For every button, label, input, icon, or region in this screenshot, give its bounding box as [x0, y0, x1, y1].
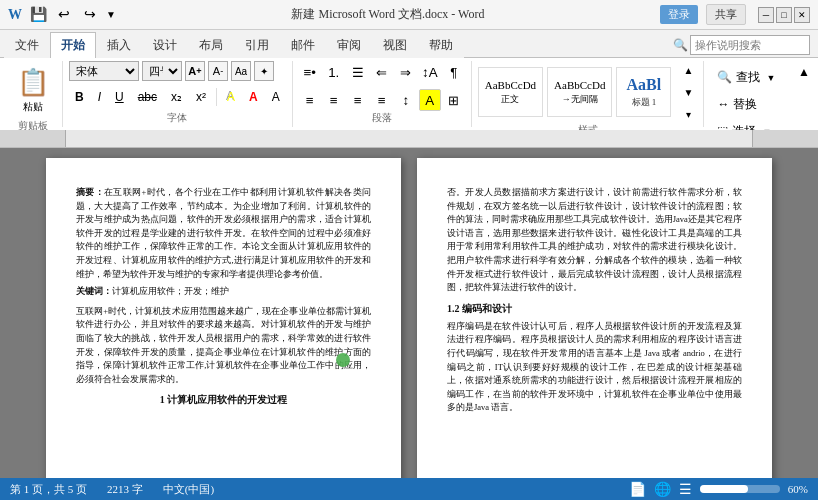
page1-content: 摘要：在互联网+时代，各个行业在工作中都利用计算机软件解决各类问题，大大提高了工… [76, 186, 371, 408]
font-color-button[interactable]: A [243, 86, 264, 108]
maximize-button[interactable]: □ [776, 7, 792, 23]
quick-redo-btn[interactable]: ↪ [80, 5, 100, 25]
minimize-button[interactable]: ─ [758, 7, 774, 23]
strikethrough-button[interactable]: abc [132, 86, 163, 108]
abstract-label: 摘要： [76, 187, 104, 197]
show-marks-button[interactable]: ¶ [443, 61, 465, 83]
tab-insert[interactable]: 插入 [96, 32, 142, 58]
text-effect-button[interactable]: A [266, 86, 286, 108]
superscript-button[interactable]: x² [190, 86, 212, 108]
style-heading1[interactable]: AaBl 标题 1 [616, 67, 671, 117]
decrease-font-btn[interactable]: A- [208, 61, 228, 81]
document-page-1[interactable]: 摘要：在互联网+时代，各个行业在工作中都利用计算机软件解决各类问题，大大提高了工… [46, 158, 401, 478]
page2-content: 否。开发人员数据描前求方案进行设计，设计前需进行软件需求分析，软件规划，在双方签… [447, 186, 742, 415]
view-web-icon[interactable]: 🌐 [654, 481, 671, 498]
operations-search-input[interactable] [690, 35, 810, 55]
paste-button[interactable]: 📋 粘贴 [10, 61, 56, 119]
ribbon-tabs: 文件 开始 插入 设计 布局 引用 邮件 审阅 视图 帮助 🔍 [0, 30, 818, 58]
tab-home[interactable]: 开始 [50, 32, 96, 58]
style-normal[interactable]: AaBbCcDd 正文 [478, 67, 543, 117]
quick-undo-btn[interactable]: ↩ [54, 5, 74, 25]
align-left-button[interactable]: ≡ [299, 89, 321, 111]
decrease-indent-button[interactable]: ⇐ [371, 61, 393, 83]
tab-file[interactable]: 文件 [4, 32, 50, 58]
clear-format-btn[interactable]: ✦ [254, 61, 274, 81]
font-row-1: 宋体 四号 三号 小四 A+ A- Aa ✦ [69, 61, 274, 81]
find-button[interactable]: 🔍 查找 ▼ [710, 65, 782, 90]
styles-box: AaBbCcDd 正文 AaBbCcDd →无间隔 AaBl 标题 1 [478, 61, 698, 123]
document-pages: 摘要：在互联网+时代，各个行业在工作中都利用计算机软件解决各类问题，大大提高了工… [0, 158, 818, 468]
para-row-2: ≡ ≡ ≡ ≡ ↕ A ⊞ [299, 89, 465, 111]
increase-indent-button[interactable]: ⇒ [395, 61, 417, 83]
find-dropdown-icon[interactable]: ▼ [766, 73, 775, 83]
zoom-slider[interactable] [700, 485, 780, 493]
tab-references[interactable]: 引用 [234, 32, 280, 58]
word-app-icon: W [8, 7, 22, 23]
document-page-2[interactable]: 否。开发人员数据描前求方案进行设计，设计前需进行软件需求分析，软件规划，在双方签… [417, 158, 772, 478]
sort-button[interactable]: ↕A [419, 61, 441, 83]
clipboard-content: 📋 粘贴 [10, 61, 56, 119]
paste-icon: 📋 [17, 66, 49, 98]
ribbon-toolbar: 📋 粘贴 剪贴板 宋体 四号 三号 小四 A+ A- Aa ✦ [0, 58, 818, 130]
tab-design[interactable]: 设计 [142, 32, 188, 58]
status-bar: 第 1 页，共 5 页 2213 字 中文(中国) 📄 🌐 ☰ 60% [0, 478, 818, 500]
bullets-button[interactable]: ≡• [299, 61, 321, 83]
subscript-button[interactable]: x₂ [165, 86, 188, 108]
section12-heading: 1.2 编码和设计 [447, 301, 742, 317]
border-button[interactable]: ⊞ [443, 89, 465, 111]
share-button[interactable]: 共享 [706, 4, 746, 25]
tab-mailings[interactable]: 邮件 [280, 32, 326, 58]
section12-text: 程序编码是在软件设计认可后，程序人员根据软件设计所的开发流程及算法进行程序编码。… [447, 320, 742, 415]
tab-view[interactable]: 视图 [372, 32, 418, 58]
font-group: 宋体 四号 三号 小四 A+ A- Aa ✦ B I U abc x₂ x² [63, 61, 293, 127]
status-right: 📄 🌐 ☰ 60% [629, 481, 808, 498]
styles-nav: ▲ ▼ ▾ [679, 61, 697, 123]
tab-review[interactable]: 审阅 [326, 32, 372, 58]
title-bar: W 💾 ↩ ↪ ▼ 新建 Microsoft Word 文档.docx - Wo… [0, 0, 818, 30]
replace-icon: ↔ [717, 97, 729, 112]
line-spacing-button[interactable]: ↕ [395, 89, 417, 111]
styles-up-btn[interactable]: ▲ [679, 61, 697, 79]
paragraph-group: ≡• 1. ☰ ⇐ ⇒ ↕A ¶ ≡ ≡ ≡ ≡ ↕ A ⊞ 段落 [293, 61, 472, 127]
zoom-level: 60% [788, 483, 808, 495]
bold-button[interactable]: B [69, 86, 90, 108]
multilevel-list-button[interactable]: ☰ [347, 61, 369, 83]
tab-layout[interactable]: 布局 [188, 32, 234, 58]
styles-more-btn[interactable]: ▾ [679, 105, 697, 123]
align-right-button[interactable]: ≡ [347, 89, 369, 111]
change-case-btn[interactable]: Aa [231, 61, 251, 81]
keyword-label: 关键词： [76, 286, 112, 296]
ruler [0, 130, 818, 148]
styles-group: AaBbCcDd 正文 AaBbCcDd →无间隔 AaBl 标题 1 [472, 61, 705, 127]
close-button[interactable]: ✕ [794, 7, 810, 23]
title-center: 新建 Microsoft Word 文档.docx - Word [116, 6, 660, 23]
underline-button[interactable]: U [109, 86, 130, 108]
increase-font-btn[interactable]: A+ [185, 61, 205, 81]
italic-button[interactable]: I [92, 86, 107, 108]
body-intro-text: 互联网+时代，计算机技术应用范围越来越广，现在企事业单位都需计算机软件进行办公，… [76, 305, 371, 387]
text-highlight-button[interactable]: A [221, 86, 241, 108]
font-size-select[interactable]: 四号 三号 小四 [142, 61, 182, 81]
title-customize-icon[interactable]: ▼ [106, 9, 116, 20]
font-name-select[interactable]: 宋体 [69, 61, 139, 81]
page2-intro-text: 否。开发人员数据描前求方案进行设计，设计前需进行软件需求分析，软件规划，在双方签… [447, 186, 742, 295]
justify-button[interactable]: ≡ [371, 89, 393, 111]
title-right: 登录 共享 ─ □ ✕ [660, 4, 810, 25]
numbering-button[interactable]: 1. [323, 61, 345, 83]
login-button[interactable]: 登录 [660, 5, 698, 24]
view-print-icon[interactable]: 📄 [629, 481, 646, 498]
paragraph-content: ≡• 1. ☰ ⇐ ⇒ ↕A ¶ ≡ ≡ ≡ ≡ ↕ A ⊞ [299, 61, 465, 111]
window-title: 新建 Microsoft Word 文档.docx - Word [291, 7, 484, 21]
shading-button[interactable]: A [419, 89, 441, 111]
collapse-ribbon-btn[interactable]: ▲ [794, 61, 814, 127]
replace-button[interactable]: ↔ 替换 [710, 92, 764, 117]
paste-label: 粘贴 [23, 100, 43, 114]
style-no-space[interactable]: AaBbCcDd →无间隔 [547, 67, 612, 117]
cursor-indicator [336, 353, 350, 367]
styles-down-btn[interactable]: ▼ [679, 83, 697, 101]
tab-help[interactable]: 帮助 [418, 32, 464, 58]
align-center-button[interactable]: ≡ [323, 89, 345, 111]
view-outline-icon[interactable]: ☰ [679, 481, 692, 498]
styles-content: AaBbCcDd 正文 AaBbCcDd →无间隔 AaBl 标题 1 [478, 61, 698, 123]
quick-save-btn[interactable]: 💾 [28, 5, 48, 25]
